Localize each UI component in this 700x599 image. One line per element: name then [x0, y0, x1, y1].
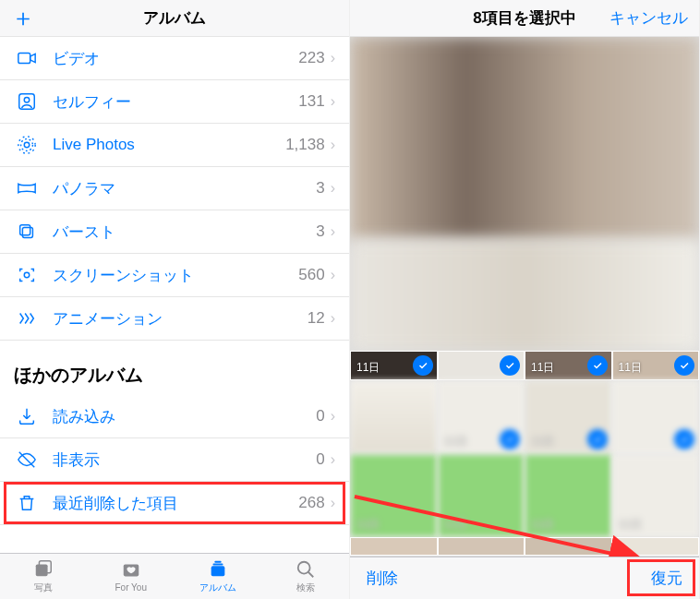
check-icon	[500, 429, 520, 449]
row-selfie[interactable]: セルフィー 131 ›	[0, 80, 349, 124]
albums-title: アルバム	[0, 7, 349, 29]
thumb[interactable]: 11日	[525, 454, 612, 537]
thumb[interactable]: 11日	[350, 454, 438, 537]
row-label: スクリーンショット	[53, 265, 298, 286]
thumb-row	[350, 537, 699, 556]
row-label: パノラマ	[53, 178, 316, 199]
day-label: 11日	[444, 434, 467, 449]
thumb[interactable]: 11日	[350, 351, 438, 380]
tab-label: For You	[115, 582, 147, 593]
tab-foryou[interactable]: For You	[88, 554, 175, 599]
thumb[interactable]	[525, 537, 612, 556]
row-count: 560	[298, 266, 324, 284]
thumb-row: 11日 11日 11日	[350, 351, 699, 380]
day-label: 11日	[531, 360, 554, 376]
row-count: 0	[316, 450, 324, 469]
row-pano[interactable]: パノラマ 3 ›	[0, 167, 349, 210]
live-icon	[14, 135, 40, 155]
photo-blur	[350, 240, 699, 351]
svg-rect-6	[22, 227, 32, 237]
cancel-button[interactable]: キャンセル	[609, 7, 688, 29]
chevron-right-icon: ›	[331, 267, 335, 283]
thumb[interactable]	[350, 380, 438, 454]
deleted-navbar: 8項目を選択中 キャンセル	[350, 0, 699, 37]
recover-button[interactable]: 復元	[651, 568, 682, 589]
chevron-right-icon: ›	[331, 50, 335, 66]
thumb[interactable]	[438, 537, 525, 556]
day-label: 11日	[356, 360, 380, 376]
tab-search[interactable]: 検索	[262, 554, 350, 599]
svg-point-3	[24, 142, 30, 148]
albums-pane: ＋ アルバム ビデオ 223 › セルフィー 131 › Live Photos…	[0, 0, 350, 599]
check-icon	[587, 355, 608, 376]
chevron-right-icon: ›	[331, 223, 335, 240]
svg-point-8	[24, 272, 30, 278]
row-label: セルフィー	[53, 91, 298, 113]
tab-label: 写真	[34, 581, 53, 594]
row-label: ビデオ	[53, 48, 298, 69]
thumb[interactable]: 11日	[525, 351, 612, 380]
photo-grid[interactable]: 11日 11日 11日 11日 11日 11日 11日 11日 11日	[350, 37, 699, 557]
row-label: Live Photos	[53, 136, 285, 154]
chevron-right-icon: ›	[331, 180, 335, 197]
row-label: アニメーション	[53, 308, 308, 329]
thumb[interactable]: 11日	[612, 454, 700, 537]
svg-rect-7	[20, 225, 30, 235]
svg-rect-10	[36, 564, 48, 576]
tab-albums[interactable]: アルバム	[175, 554, 262, 599]
delete-button[interactable]: 削除	[367, 568, 398, 589]
tab-label: 検索	[296, 581, 315, 594]
burst-icon	[14, 222, 40, 242]
animation-icon	[14, 308, 40, 329]
chevron-right-icon: ›	[331, 137, 335, 153]
check-icon	[674, 429, 694, 449]
chevron-right-icon: ›	[331, 408, 335, 425]
thumb[interactable]	[438, 351, 525, 380]
check-icon	[587, 429, 608, 449]
row-burst[interactable]: バースト 3 ›	[0, 210, 349, 254]
day-label: 11日	[619, 360, 642, 376]
screenshot-icon	[14, 265, 40, 285]
row-count: 12	[308, 309, 325, 328]
row-count: 223	[298, 49, 324, 67]
row-label: 読み込み	[53, 406, 316, 427]
thumb-row: 11日 11日 11日 11日	[350, 454, 699, 537]
row-screenshot[interactable]: スクリーンショット 560 ›	[0, 254, 349, 297]
selfie-icon	[14, 91, 40, 112]
chevron-right-icon: ›	[331, 93, 335, 110]
row-count: 3	[316, 179, 324, 198]
thumb[interactable]: 11日	[525, 380, 612, 454]
row-count: 268	[298, 494, 324, 512]
row-recently-deleted[interactable]: 最近削除した項目 268 ›	[0, 482, 349, 525]
row-label: 非表示	[53, 449, 316, 471]
day-label: 11日	[619, 517, 642, 533]
row-animation[interactable]: アニメーション 12 ›	[0, 297, 349, 341]
photo-blur	[350, 37, 699, 240]
thumb[interactable]: 11日	[438, 454, 525, 537]
albums-navbar: ＋ アルバム	[0, 0, 349, 37]
thumb[interactable]	[350, 537, 438, 556]
thumb[interactable]: 11日	[612, 351, 700, 380]
import-icon	[14, 406, 40, 426]
row-count: 3	[316, 222, 324, 241]
row-live[interactable]: Live Photos 1,138 ›	[0, 124, 349, 167]
thumb[interactable]	[612, 380, 700, 454]
tab-photos[interactable]: 写真	[0, 554, 88, 599]
trash-icon	[14, 493, 40, 513]
bottom-toolbar: 削除 復元	[350, 557, 699, 599]
thumb[interactable]	[612, 537, 700, 556]
svg-point-16	[298, 561, 310, 573]
add-button[interactable]: ＋	[11, 2, 35, 34]
thumb-row: 11日 11日	[350, 380, 699, 454]
row-video[interactable]: ビデオ 223 ›	[0, 37, 349, 80]
day-label: 11日	[531, 434, 554, 449]
row-count: 0	[316, 407, 324, 425]
row-import[interactable]: 読み込み 0 ›	[0, 395, 349, 438]
svg-line-17	[308, 571, 314, 577]
svg-point-2	[24, 97, 30, 102]
thumb[interactable]: 11日	[438, 380, 525, 454]
row-hidden[interactable]: 非表示 0 ›	[0, 438, 349, 482]
day-label: 11日	[356, 517, 380, 533]
chevron-right-icon: ›	[331, 495, 335, 511]
row-label: 最近削除した項目	[53, 493, 298, 514]
